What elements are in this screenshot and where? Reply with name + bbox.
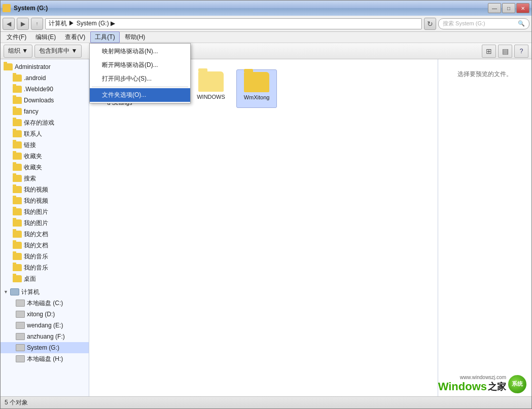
open-sync-center-item[interactable]: 打开同步中心(S)... [90, 72, 190, 86]
sidebar-item-drive-c[interactable]: 本地磁盘 (C:) [1, 298, 89, 309]
preview-pane: 选择要预览的文件。 [438, 59, 531, 396]
folder-icon [13, 108, 22, 115]
collapse-arrow: ▼ [4, 289, 8, 294]
menu-tools[interactable]: 工具(T) [90, 31, 119, 43]
help-button[interactable]: ? [514, 45, 528, 58]
sidebar-label: 链接 [24, 141, 36, 150]
sidebar-label: 保存的游戏 [24, 119, 54, 127]
up-button[interactable]: ↑ [31, 18, 43, 30]
menu-file[interactable]: 文件(F) [3, 32, 30, 43]
sidebar-item-saved-games[interactable]: 保存的游戏 [1, 117, 89, 128]
folder-icon [13, 97, 22, 104]
sidebar-item-desktop[interactable]: 桌面 [1, 273, 89, 284]
sidebar-label: 我的音乐 [24, 252, 48, 261]
folder-icon [13, 197, 22, 204]
minimize-button[interactable]: — [488, 3, 501, 13]
sidebar-item-pictures2[interactable]: 我的图片 [1, 217, 89, 229]
sidebar-label: 计算机 [21, 288, 40, 296]
address-path[interactable]: 计算机 ▶ System (G:) ▶ [45, 18, 422, 29]
folder-item-windows[interactable]: WINDOWS [191, 69, 231, 108]
include-library-button[interactable]: 包含到库中 ▼ [34, 45, 82, 58]
close-button[interactable]: ✕ [516, 3, 529, 13]
folder-large-icon [198, 71, 224, 92]
sidebar-label: Administrator [15, 63, 51, 70]
status-bar: 5 个对象 [1, 396, 531, 408]
sidebar-item-android[interactable]: .android [1, 72, 89, 84]
folder-icon [13, 186, 22, 193]
sidebar-label: 搜索 [24, 174, 36, 183]
sidebar-item-administrator[interactable]: Administrator [1, 61, 89, 72]
drive-icon [16, 311, 25, 318]
sidebar-label: 我的音乐 [24, 264, 48, 272]
folder-icon [13, 75, 22, 82]
drive-icon [16, 300, 25, 307]
sidebar-item-docs1[interactable]: 我的文档 [1, 229, 89, 240]
sidebar-item-pictures1[interactable]: 我的图片 [1, 206, 89, 217]
sidebar-item-computer[interactable]: ▼ 计算机 [1, 286, 89, 298]
view-button[interactable]: ⊞ [482, 45, 496, 58]
sidebar-item-favorites1[interactable]: 收藏夹 [1, 151, 89, 162]
sidebar-item-downloads[interactable]: Downloads [1, 95, 89, 106]
sidebar-label: 收藏夹 [24, 152, 42, 161]
sidebar-label: .WebIde90 [24, 86, 53, 93]
map-network-drive-item[interactable]: 映射网络驱动器(N)... [90, 45, 190, 58]
sidebar-label: 桌面 [24, 275, 36, 283]
refresh-button[interactable]: ↻ [424, 18, 436, 30]
folder-item-wmxitong[interactable]: WmXitong [236, 69, 277, 108]
sidebar-item-links[interactable]: 链接 [1, 139, 89, 151]
sidebar-item-drive-f[interactable]: anzhuang (F:) [1, 331, 89, 342]
sidebar-label: xitong (D:) [27, 311, 55, 318]
menu-view[interactable]: 查看(V) [61, 32, 89, 43]
folder-options-item[interactable]: 文件夹选项(O)... [90, 88, 190, 102]
sidebar-label: 我的文档 [24, 230, 48, 239]
drive-icon [16, 355, 25, 362]
sidebar-label: 我的文档 [24, 241, 48, 250]
sidebar-item-search[interactable]: 搜索 [1, 173, 89, 184]
title-icon [3, 4, 11, 12]
organize-button[interactable]: 组织 ▼ [4, 45, 32, 58]
menu-help[interactable]: 帮助(H) [121, 32, 150, 43]
folder-icon [13, 275, 22, 282]
sidebar: Administrator .android .WebIde90 Downloa… [1, 59, 89, 396]
sidebar-item-drive-d[interactable]: xitong (D:) [1, 309, 89, 320]
tools-dropdown-menu: 映射网络驱动器(N)... 断开网络驱动器(D)... 打开同步中心(S)...… [89, 43, 191, 103]
forward-button[interactable]: ▶ [17, 18, 29, 30]
sidebar-label: fancy [24, 108, 39, 115]
search-placeholder: 搜索 System (G:) [443, 20, 485, 27]
sidebar-item-contacts[interactable]: 联系人 [1, 128, 89, 139]
maximize-button[interactable]: □ [502, 3, 515, 13]
sidebar-item-music1[interactable]: 我的音乐 [1, 251, 89, 262]
sidebar-item-videos1[interactable]: 我的视频 [1, 184, 89, 195]
sidebar-item-drive-h[interactable]: 本地磁盘 (H:) [1, 353, 89, 364]
search-box[interactable]: 搜索 System (G:) 🔍 [438, 18, 529, 29]
sidebar-item-fancy[interactable]: fancy [1, 106, 89, 117]
sidebar-label: System (G:) [27, 344, 59, 351]
sidebar-label: 我的视频 [24, 185, 48, 194]
computer-icon [10, 288, 19, 295]
sidebar-item-drive-e[interactable]: wendang (E:) [1, 320, 89, 331]
preview-toggle[interactable]: ▤ [498, 45, 512, 58]
preview-text: 选择要预览的文件。 [457, 69, 512, 79]
search-icon: 🔍 [518, 20, 525, 27]
sidebar-label: 我的视频 [24, 197, 48, 205]
back-button[interactable]: ◀ [3, 18, 15, 30]
content-pane: Documents and Settings Program Files WIN… [89, 59, 438, 396]
drive-icon [16, 344, 25, 351]
sidebar-item-videos2[interactable]: 我的视频 [1, 195, 89, 206]
sidebar-item-docs2[interactable]: 我的文档 [1, 240, 89, 251]
folder-icon [13, 164, 22, 171]
menu-edit[interactable]: 编辑(E) [31, 32, 60, 43]
disconnect-network-drive-item[interactable]: 断开网络驱动器(D)... [90, 58, 190, 72]
sidebar-item-favorites2[interactable]: 收藏夹 [1, 162, 89, 173]
sidebar-item-music2[interactable]: 我的音乐 [1, 262, 89, 273]
sidebar-label: Downloads [24, 97, 54, 104]
sidebar-label: 本地磁盘 (H:) [27, 355, 63, 363]
title-bar-left: System (G:) [3, 4, 48, 12]
folder-icon [13, 242, 22, 249]
folder-item-label: WINDOWS [197, 94, 225, 100]
sidebar-item-drive-g[interactable]: System (G:) [1, 342, 89, 353]
folder-icon [13, 130, 22, 137]
menu-separator [92, 87, 188, 87]
sidebar-item-webide90[interactable]: .WebIde90 [1, 84, 89, 95]
folder-icon [13, 219, 22, 227]
